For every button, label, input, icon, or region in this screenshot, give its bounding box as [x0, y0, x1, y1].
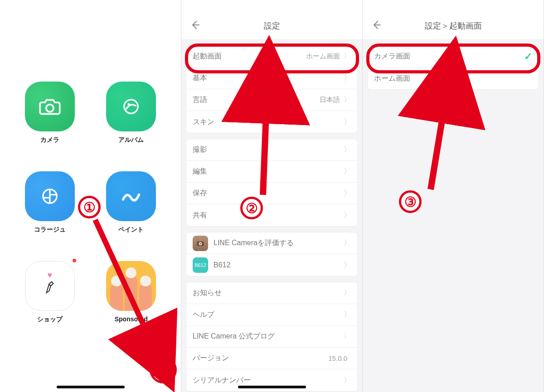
svg-point-1: [124, 100, 138, 113]
settings-row[interactable]: お知らせ〉: [186, 282, 357, 304]
home-indicator: [57, 386, 125, 388]
chevron-right-icon: 〉: [344, 145, 351, 155]
chevron-right-icon: 〉: [344, 376, 351, 385]
option-label: ホーム画面: [374, 74, 410, 83]
row-label: スキン: [193, 117, 214, 127]
heart-icon: ♥: [47, 271, 52, 280]
svg-line-15: [431, 79, 449, 189]
settings-group-3: お知らせ〉ヘルプ〉LINE Camera 公式ブログ〉バージョン15.0.0シリ…: [186, 282, 358, 392]
settings-row[interactable]: B612B612〉: [186, 254, 357, 276]
b612-icon: B612: [193, 257, 208, 273]
row-label: 言語: [193, 95, 207, 105]
row-label: ヘルプ: [193, 310, 214, 319]
back-arrow-icon: [371, 19, 382, 30]
screen-home: カメラ アルバム コラージュ ペイント ♥ シ: [0, 0, 181, 392]
settings-row[interactable]: LINE Camera 公式ブログ〉: [186, 326, 357, 348]
row-label: LINE Cameraを評価する: [214, 238, 294, 248]
nav-bar: 設定: [181, 0, 362, 40]
chevron-right-icon: 〉: [344, 189, 351, 198]
chevron-right-icon: 〉: [344, 95, 351, 105]
row-label: LINE Camera 公式ブログ: [193, 332, 275, 341]
annotation-ring-launch-row: [185, 44, 359, 73]
chevron-right-icon: 〉: [344, 167, 351, 176]
collage-icon: [25, 171, 75, 221]
row-label: 編集: [193, 167, 207, 176]
chevron-right-icon: 〉: [344, 73, 351, 83]
annotation-arrow-3: [426, 73, 462, 199]
settings-row[interactable]: ヘルプ〉: [186, 304, 357, 326]
annotation-arrow-1: [86, 218, 177, 382]
annotation-step-1: ①: [78, 196, 101, 218]
svg-line-13: [263, 79, 267, 195]
annotation-ring-camera-option: [366, 44, 540, 73]
svg-point-0: [46, 104, 53, 111]
back-arrow-icon: [189, 19, 200, 30]
tile-shop[interactable]: ♥ ショップ: [20, 261, 79, 324]
row-label: シリアルナンバー: [193, 376, 251, 385]
row-label: 基本: [193, 73, 207, 83]
annotation-arrow-2: [254, 73, 281, 206]
chevron-right-icon: 〉: [344, 261, 351, 270]
paint-icon: [106, 171, 156, 221]
album-icon: [106, 82, 156, 131]
tile-collage[interactable]: コラージュ: [20, 171, 79, 234]
row-label: 撮影: [193, 145, 207, 155]
tile-album-label: アルバム: [118, 136, 144, 144]
settings-row[interactable]: 共有〉: [186, 204, 357, 226]
tile-album[interactable]: アルバム: [102, 82, 160, 144]
nav-title: 設定: [264, 20, 280, 31]
svg-point-2: [128, 103, 130, 105]
row-label: バージョン: [193, 353, 229, 363]
tile-collage-label: コラージュ: [34, 226, 66, 234]
shop-icon: ♥: [25, 261, 75, 311]
nav-title: 設定＞起動画面: [425, 20, 482, 31]
settings-row[interactable]: LINE Cameraを評価する〉: [186, 232, 357, 254]
tile-shop-label: ショップ: [37, 315, 63, 324]
nav-bar: 設定＞起動画面: [363, 0, 544, 40]
camera-icon: [25, 82, 75, 131]
svg-point-11: [199, 243, 201, 244]
shop-badge-dot: [73, 259, 76, 262]
settings-row[interactable]: バージョン15.0.0: [186, 348, 357, 369]
row-value: 日本語: [320, 96, 340, 104]
screen-settings: 設定 起動画面ホーム画面〉基本〉言語日本語〉スキン〉撮影〉編集〉保存〉共有〉LI…: [181, 0, 363, 392]
row-label: 保存: [193, 189, 207, 198]
screen-launch-options: 設定＞起動画面 カメラ画面 ✓ ホーム画面 ③: [363, 0, 544, 392]
annotation-step-3: ③: [399, 190, 422, 213]
chevron-right-icon: 〉: [344, 288, 351, 298]
back-button[interactable]: [367, 16, 385, 34]
tile-camera-label: カメラ: [40, 136, 59, 144]
home-indicator: [238, 386, 306, 388]
chevron-right-icon: 〉: [344, 310, 351, 319]
camera-brown-icon: [193, 236, 208, 251]
chevron-right-icon: 〉: [344, 238, 351, 248]
chevron-right-icon: 〉: [344, 211, 351, 220]
back-button[interactable]: [186, 16, 204, 34]
row-value: 15.0.0: [328, 354, 347, 362]
row-label: 共有: [193, 211, 207, 220]
settings-group-2: LINE Cameraを評価する〉B612B612〉: [186, 232, 358, 276]
row-label: B612: [214, 261, 230, 269]
svg-line-8: [95, 220, 159, 358]
chevron-right-icon: 〉: [344, 332, 351, 341]
row-label: お知らせ: [193, 288, 222, 298]
chevron-right-icon: 〉: [344, 117, 351, 127]
tile-camera[interactable]: カメラ: [20, 82, 79, 144]
